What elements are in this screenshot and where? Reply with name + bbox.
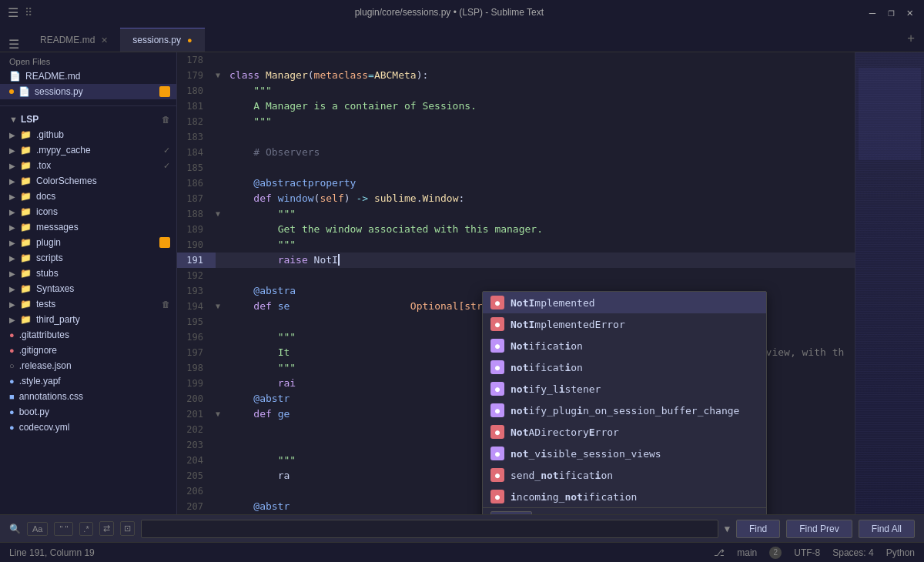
sidebar-folder-icons[interactable]: ▶ 📁 icons bbox=[0, 204, 176, 219]
indentation-label[interactable]: Spaces: 4 bbox=[832, 547, 873, 558]
ac-label-notification: Notification bbox=[511, 340, 583, 352]
tab-sessions-close[interactable]: ● bbox=[187, 35, 192, 45]
sidebar-toggle[interactable]: ☰ bbox=[0, 37, 28, 52]
ac-item-notification[interactable]: ● Notification bbox=[483, 335, 766, 356]
folder-icon-docs: 📁 bbox=[20, 191, 32, 202]
sidebar-item-readme[interactable]: 📄 README.md bbox=[0, 69, 176, 84]
plugin-badge bbox=[159, 237, 170, 248]
find-quotes-icon[interactable]: " " bbox=[54, 522, 73, 536]
code-editor[interactable]: 178 179 ▼ class Manager(metaclass=ABCMet… bbox=[177, 52, 855, 514]
folder-arrow-syntaxes: ▶ bbox=[9, 285, 15, 293]
sidebar-file-style-yapf[interactable]: ● .style.yapf bbox=[0, 373, 176, 389]
close-button[interactable]: ✕ bbox=[904, 6, 916, 18]
sidebar-folder-github[interactable]: ▶ 📁 .github bbox=[0, 127, 176, 142]
tab-sessions[interactable]: sessions.py ● bbox=[120, 28, 204, 52]
ac-icon-notadirectoryerror: ● bbox=[490, 425, 504, 439]
ac-icon-not-visible: ● bbox=[490, 447, 504, 460]
code-line-184: 184 # Observers bbox=[177, 145, 855, 160]
folder-icon-messages: 📁 bbox=[20, 222, 32, 232]
sidebar-folder-scripts[interactable]: ▶ 📁 scripts bbox=[0, 250, 176, 266]
sessions-badge bbox=[159, 86, 170, 97]
find-all-button[interactable]: Find All bbox=[859, 520, 915, 538]
find-prev-button[interactable]: Find Prev bbox=[786, 520, 852, 538]
find-regex-icon[interactable]: .* bbox=[79, 522, 92, 536]
autocomplete-dropdown: ● NotImplemented ● NotImplementedError ●… bbox=[482, 291, 767, 514]
encoding-label[interactable]: UTF-8 bbox=[794, 547, 820, 558]
folder-arrow-scripts: ▶ bbox=[9, 254, 15, 263]
sidebar-folder-plugin[interactable]: ▶ 📁 plugin bbox=[0, 235, 176, 250]
ac-item-notify-listener[interactable]: ● notify_listener bbox=[483, 378, 766, 400]
ac-item-send-notification[interactable]: ● send_notification bbox=[483, 464, 766, 486]
sidebar-folder-third-party[interactable]: ▶ 📁 third_party bbox=[0, 312, 176, 327]
code-line-185: 185 bbox=[177, 160, 855, 176]
readme-file-label: README.md bbox=[25, 71, 80, 82]
find-word-icon[interactable]: Aa bbox=[27, 522, 48, 536]
folder-label-github: .github bbox=[36, 129, 64, 140]
ac-item-notadirectoryerror[interactable]: ● NotADirectoryError bbox=[483, 421, 766, 443]
sidebar-file-gitignore[interactable]: ● .gitignore bbox=[0, 343, 176, 358]
ac-item-incoming-notification[interactable]: ● incoming_notification bbox=[483, 486, 766, 507]
sidebar-folder-docs[interactable]: ▶ 📁 docs bbox=[0, 189, 176, 204]
find-select-icon[interactable]: ⊡ bbox=[120, 521, 135, 536]
git-branch-icon: ⎇ bbox=[714, 547, 725, 558]
folder-label-docs: docs bbox=[36, 191, 55, 202]
sidebar: Open Files 📄 README.md 📄 sessions.py ▼ L… bbox=[0, 52, 177, 514]
tab-readme-close[interactable]: ✕ bbox=[101, 35, 108, 45]
sidebar-file-annotations-css[interactable]: ■ annotations.css bbox=[0, 389, 176, 404]
folder-arrow-mypy: ▶ bbox=[9, 146, 15, 155]
tests-delete-icon[interactable]: 🗑 bbox=[162, 299, 170, 309]
sessions-active-dot bbox=[9, 89, 14, 94]
sidebar-file-release-json[interactable]: ○ .release.json bbox=[0, 358, 176, 373]
sidebar-folder-messages[interactable]: ▶ 📁 messages bbox=[0, 219, 176, 235]
code-line-180: 180 """ bbox=[177, 83, 855, 99]
sidebar-folder-stubs[interactable]: ▶ 📁 stubs bbox=[0, 266, 176, 281]
menu-icon[interactable]: ☰ bbox=[8, 5, 18, 20]
find-replace-icon[interactable]: ⇄ bbox=[99, 521, 114, 536]
folders-section: ▼ LSP 🗑 ▶ 📁 .github ▶ 📁 .mypy_cache ✓ ▶ … bbox=[0, 106, 176, 438]
ac-label-notimplemented: NotImplemented bbox=[511, 297, 595, 309]
find-input[interactable] bbox=[141, 520, 718, 538]
folder-icon-stubs: 📁 bbox=[20, 268, 32, 279]
autocomplete-footer: Variable More bbox=[483, 507, 766, 514]
code-line-183: 183 bbox=[177, 129, 855, 145]
folder-label-colorschemes: ColorSchemes bbox=[36, 176, 97, 186]
ac-item-notify-plugin[interactable]: ● notify_plugin_on_session_buffer_change bbox=[483, 400, 766, 421]
sidebar-file-codecov-yml[interactable]: ● codecov.yml bbox=[0, 420, 176, 435]
find-button[interactable]: Find bbox=[736, 520, 780, 538]
sidebar-folder-syntaxes[interactable]: ▶ 📁 Syntaxes bbox=[0, 281, 176, 296]
ac-label-notify-plugin: notify_plugin_on_session_buffer_change bbox=[511, 405, 739, 416]
ac-item-notimplemented[interactable]: ● NotImplemented bbox=[483, 292, 766, 313]
ac-label-not-visible: not_visible_session_views bbox=[511, 448, 661, 460]
code-line-191: 191 raise NotI bbox=[177, 253, 855, 268]
ac-item-not-visible[interactable]: ● not_visible_session_views bbox=[483, 443, 766, 464]
sidebar-file-gitattributes[interactable]: ● .gitattributes bbox=[0, 327, 176, 343]
sidebar-folder-colorschemes[interactable]: ▶ 📁 ColorSchemes bbox=[0, 173, 176, 189]
ac-more-link[interactable]: More bbox=[538, 513, 557, 514]
release-json-label: .release.json bbox=[19, 360, 72, 371]
sidebar-file-boot-py[interactable]: ● boot.py bbox=[0, 404, 176, 420]
folders-label: LSP bbox=[21, 114, 38, 125]
minimize-button[interactable]: — bbox=[866, 6, 879, 18]
ac-item-notification-lower[interactable]: ● notification bbox=[483, 356, 766, 378]
folders-delete-icon[interactable]: 🗑 bbox=[162, 115, 170, 124]
gitignore-icon: ● bbox=[9, 346, 15, 355]
language-label[interactable]: Python bbox=[886, 547, 915, 558]
release-json-icon: ○ bbox=[9, 361, 15, 370]
folder-icon-colorschemes: 📁 bbox=[20, 176, 32, 186]
ac-item-notimplementederror[interactable]: ● NotImplementedError bbox=[483, 313, 766, 335]
annotations-css-icon: ■ bbox=[9, 392, 15, 401]
git-branch-name[interactable]: main bbox=[737, 547, 757, 558]
sidebar-folder-tox[interactable]: ▶ 📁 .tox ✓ bbox=[0, 158, 176, 173]
tab-readme-label: README.md bbox=[40, 35, 95, 45]
code-line-188: 188 ▼ """ bbox=[177, 206, 855, 222]
style-yapf-label: .style.yapf bbox=[19, 376, 61, 386]
sidebar-folder-tests[interactable]: ▶ 📁 tests 🗑 bbox=[0, 296, 176, 312]
sidebar-folder-mypy[interactable]: ▶ 📁 .mypy_cache ✓ bbox=[0, 142, 176, 158]
sidebar-item-sessions[interactable]: 📄 sessions.py bbox=[0, 84, 176, 99]
status-position: Line 191, Column 19 bbox=[9, 547, 95, 558]
maximize-button[interactable]: ❐ bbox=[885, 6, 897, 18]
tab-readme[interactable]: README.md ✕ bbox=[28, 28, 120, 52]
tab-add-button[interactable]: + bbox=[898, 25, 924, 52]
readme-file-icon: 📄 bbox=[9, 71, 21, 82]
folder-label-tests: tests bbox=[36, 299, 55, 309]
